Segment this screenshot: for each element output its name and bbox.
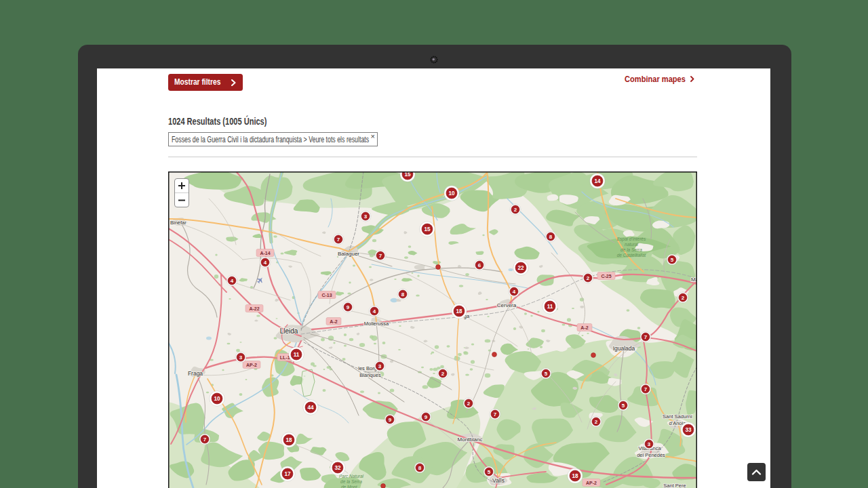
svg-text:2: 2 (467, 401, 471, 407)
svg-text:32: 32 (334, 465, 341, 471)
svg-text:Igualada: Igualada (613, 345, 635, 352)
svg-text:10: 10 (448, 190, 455, 197)
svg-text:7: 7 (644, 386, 648, 392)
svg-text:5: 5 (545, 371, 548, 377)
svg-text:Blanques: Blanques (359, 372, 381, 378)
svg-text:2: 2 (587, 275, 590, 281)
svg-text:de Castelltallat: de Castelltallat (617, 253, 647, 258)
svg-text:2: 2 (682, 295, 685, 301)
svg-text:18: 18 (572, 473, 578, 479)
svg-text:Mollerussa: Mollerussa (364, 321, 389, 327)
svg-text:10: 10 (214, 396, 220, 402)
svg-text:6: 6 (478, 262, 481, 268)
svg-text:18: 18 (285, 437, 292, 443)
svg-text:de la Serra: de la Serra (340, 479, 362, 484)
svg-text:C-25: C-25 (601, 274, 611, 279)
svg-text:Sant Pere: Sant Pere (663, 483, 686, 488)
svg-text:18: 18 (456, 308, 462, 314)
svg-text:22: 22 (517, 265, 524, 271)
svg-text:de la Serra: de la Serra (620, 247, 642, 252)
svg-text:9: 9 (389, 417, 392, 423)
svg-text:4: 4 (373, 308, 376, 314)
svg-text:C-13: C-13 (321, 293, 332, 298)
svg-text:8: 8 (549, 234, 553, 240)
svg-text:9: 9 (347, 304, 350, 310)
svg-text:2: 2 (441, 371, 445, 377)
svg-text:AP-2: AP-2 (246, 363, 257, 367)
svg-text:9: 9 (425, 414, 428, 420)
svg-text:Fraga: Fraga (188, 370, 203, 377)
svg-text:7: 7 (203, 436, 207, 443)
svg-text:8: 8 (401, 291, 405, 298)
svg-text:Parc Natural: Parc Natural (339, 474, 364, 479)
svg-text:3: 3 (239, 354, 243, 361)
svg-text:Valls: Valls (492, 477, 505, 484)
svg-text:11: 11 (294, 352, 300, 358)
svg-text:7: 7 (494, 411, 497, 418)
svg-text:natural: natural (625, 242, 638, 247)
svg-text:A-2: A-2 (580, 325, 588, 330)
svg-text:14: 14 (594, 178, 601, 184)
svg-text:2: 2 (514, 207, 517, 213)
svg-text:Montblanc: Montblanc (458, 436, 483, 443)
svg-text:8: 8 (418, 465, 422, 471)
svg-text:4: 4 (231, 278, 234, 284)
svg-text:Lleida: Lleida (280, 327, 298, 335)
svg-text:Espai d'interès: Espai d'interès (617, 237, 646, 242)
svg-text:2: 2 (595, 419, 598, 425)
svg-text:5: 5 (671, 257, 674, 263)
svg-text:del Penedès: del Penedès (637, 452, 665, 458)
svg-text:3: 3 (364, 214, 368, 220)
svg-text:5: 5 (488, 469, 491, 475)
svg-text:Balaguer: Balaguer (338, 251, 359, 257)
svg-text:A-2: A-2 (330, 319, 337, 324)
svg-text:Sant Sadurní: Sant Sadurní (663, 413, 693, 420)
svg-text:5: 5 (622, 403, 625, 409)
svg-text:4: 4 (264, 260, 267, 266)
svg-text:33: 33 (685, 427, 692, 433)
svg-text:A-14: A-14 (260, 251, 270, 256)
svg-text:7: 7 (644, 334, 648, 340)
svg-text:4: 4 (513, 289, 516, 295)
svg-text:de Mont…: de Mont… (341, 485, 361, 488)
svg-text:11: 11 (547, 304, 553, 310)
svg-text:15: 15 (424, 226, 431, 232)
svg-text:3: 3 (378, 363, 382, 369)
svg-text:17: 17 (284, 471, 291, 477)
svg-text:Cervera: Cervera (497, 302, 517, 308)
svg-text:Binèfar: Binèfar (170, 220, 186, 226)
svg-text:3: 3 (648, 441, 651, 447)
svg-text:7: 7 (379, 253, 382, 259)
svg-text:A-22: A-22 (249, 306, 259, 311)
svg-text:44: 44 (307, 405, 314, 411)
svg-text:7: 7 (337, 237, 340, 243)
svg-text:AP-2: AP-2 (586, 481, 597, 485)
